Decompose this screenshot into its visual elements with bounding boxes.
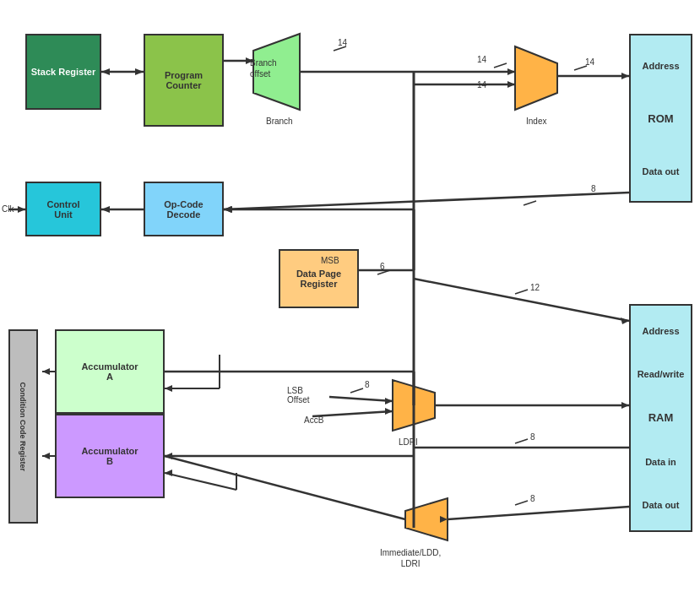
ldri-shape (393, 380, 435, 431)
control-unit-block: ControlUnit (25, 182, 101, 236)
label-6: 6 (380, 262, 385, 271)
opcode-decode-label: Op-CodeDecode (164, 199, 203, 220)
accumulator-b-block: AccumulatorB (55, 414, 165, 498)
index-shape (515, 46, 557, 110)
address-rom-label-rom: ROM (648, 112, 673, 125)
diagram: Stack Register ProgramCounter Address RO… (0, 0, 700, 608)
ram-label-datain: Data in (645, 457, 676, 467)
arrow-to-opcode (224, 206, 232, 213)
arrow-ram-dataout (440, 516, 448, 523)
accumulator-a-label: AccumulatorA (81, 361, 138, 382)
address-rom-block: Address ROM Data out (629, 34, 692, 203)
label-14-2: 14 (477, 55, 486, 64)
arrow-acca-fb (165, 385, 172, 392)
stack-register-block: Stack Register (25, 34, 101, 110)
data-page-register-block: Data PageRegister (279, 249, 359, 308)
dpr-to-ram-addr (414, 279, 629, 321)
arrow-clk (18, 206, 25, 213)
clk-label: Clk (2, 204, 14, 214)
slash-8-1 (524, 201, 536, 205)
msb-label: MSB (321, 256, 339, 265)
imm-label: Immediate/LDD,LDRI (380, 547, 441, 569)
arrow-left-1 (101, 68, 110, 75)
stack-register-label: Stack Register (31, 67, 95, 77)
address-rom-label-dataout: Data out (643, 166, 680, 176)
rom-dataout-line (224, 193, 629, 209)
label-14-3-2: 14 (477, 80, 486, 90)
label-14-1: 14 (338, 38, 347, 47)
lsb-label: LSB (287, 386, 303, 395)
offset-label: Offset (287, 395, 310, 404)
accb-feedback2 (165, 473, 236, 490)
arrow-to-cu (101, 206, 110, 213)
label-12: 12 (530, 283, 540, 292)
arrow-bus-opcode (224, 206, 231, 213)
arrow-ldri-bot (385, 408, 393, 415)
label-8-ram-out: 8 (530, 494, 535, 503)
ccr-label: Condition Code Register (19, 382, 28, 471)
imm-to-accb (165, 456, 405, 519)
program-counter-block: ProgramCounter (144, 34, 224, 127)
ram-block: Address Read/write RAM Data in Data out (629, 304, 692, 532)
ram-dataout-line (448, 507, 629, 519)
arrow-ldri-ram (621, 402, 629, 409)
accb-line-label: AccB (304, 415, 323, 425)
arrow-to-index (507, 68, 515, 75)
ccr-block: Condition Code Register (8, 329, 38, 524)
arrow-ldri-top (385, 398, 393, 404)
offset-to-ldri (329, 397, 393, 401)
ram-label-address: Address (642, 326, 679, 336)
program-counter-label: ProgramCounter (165, 70, 203, 90)
index-label: Index (526, 117, 546, 126)
opcode-decode-block: Op-CodeDecode (144, 182, 224, 236)
arrow-right-1 (135, 68, 144, 75)
slash-8-ram-out (515, 501, 528, 505)
label-8-ldri: 8 (365, 380, 370, 389)
ram-label-readwrite: Read/write (638, 369, 685, 379)
arrow-acca (42, 368, 50, 375)
ram-label-ram: RAM (648, 411, 674, 424)
ram-label-dataout: Data out (643, 500, 680, 510)
arrow-to-ram-addr (621, 318, 629, 324)
arrow-to-rom (621, 73, 629, 79)
accumulator-b-label: AccumulatorB (81, 446, 138, 466)
arrow-accb (42, 453, 50, 459)
accumulator-a-block: AccumulatorA (55, 329, 165, 414)
arrow-bus14 (507, 81, 515, 88)
data-page-register-label: Data PageRegister (296, 269, 341, 289)
label-8-1: 8 (591, 184, 596, 193)
address-rom-label-address: Address (642, 61, 679, 71)
slash-12 (515, 290, 528, 294)
label-14-3: 14 (585, 57, 594, 67)
label-8-ram-in: 8 (530, 432, 535, 442)
control-unit-label: ControlUnit (46, 199, 79, 220)
slash-8-ram-in (515, 439, 528, 443)
imm-shape (405, 498, 448, 540)
slash-14-2 (494, 63, 507, 68)
branch-label: Branch (266, 117, 293, 126)
arrow-imm-accb (165, 453, 172, 459)
branch-offset-label: Branchoffset (250, 57, 277, 79)
ldri-label: LDRI (399, 437, 418, 447)
slash-8-ldri (350, 388, 363, 393)
accb-to-ldri (312, 411, 393, 416)
arrow-accb-fb (165, 470, 172, 476)
